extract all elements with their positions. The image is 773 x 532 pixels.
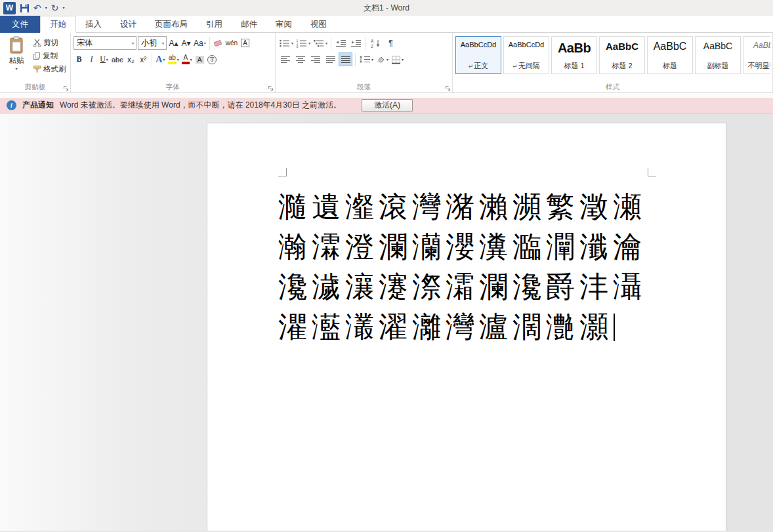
subscript-button[interactable]: x₂ xyxy=(125,53,136,66)
text-line-4[interactable]: 灈灆灇濯灕灣瀘濶灔灝 xyxy=(278,306,646,346)
strikethrough-button[interactable]: abc xyxy=(111,53,124,66)
font-color-button[interactable]: A ▾ xyxy=(181,53,193,66)
save-button[interactable] xyxy=(20,3,30,13)
undo-dropdown-arrow[interactable]: ▾ xyxy=(45,6,47,10)
word-logo-icon[interactable]: W xyxy=(3,2,16,14)
redo-button[interactable]: ↻ xyxy=(51,3,59,12)
tab-mailings[interactable]: 邮件 xyxy=(232,16,266,33)
style-subtle-emphasis[interactable]: AaBbC 不明显强调 xyxy=(743,36,770,74)
tab-home[interactable]: 开始 xyxy=(40,16,76,33)
clipboard-group: 粘贴 ▾ 剪切 复制 格式刷 xyxy=(0,33,71,92)
superscript-button[interactable]: x² xyxy=(138,53,149,66)
font-name-combo[interactable]: 宋体 ▾ xyxy=(73,36,136,50)
style-label: 标题 1 xyxy=(564,61,584,71)
bold-button[interactable]: B xyxy=(73,53,85,66)
distribute-button[interactable] xyxy=(339,52,352,66)
enclose-characters-icon: 字 xyxy=(207,55,217,64)
style-normal[interactable]: AaBbCcDd ↵正文 xyxy=(455,36,501,74)
document-page[interactable]: 瀡遺瀣滾灣潴瀨瀕繁澂瀬 瀚瀮澄瀾灡瀴瀵瀶灛瀸瀹 瀺濊瀼瀽漈灀瀾瀺爵沣灄 灈灆灇濯… xyxy=(207,123,726,531)
character-border-button[interactable]: A xyxy=(240,37,251,50)
word-window: 文档1 - Word W ↶ ▾ ↻ ▾ 文件 开始 插入 设计 页面布局 引用… xyxy=(0,0,773,531)
tab-design[interactable]: 设计 xyxy=(111,16,146,33)
style-preview: AaBbC xyxy=(753,41,770,50)
copy-button[interactable]: 复制 xyxy=(33,49,66,62)
increase-indent-button[interactable] xyxy=(349,36,363,50)
tab-page-layout[interactable]: 页面布局 xyxy=(146,16,197,33)
show-hide-marks-button[interactable]: ¶ xyxy=(384,36,398,50)
character-border-label: A xyxy=(241,39,249,47)
underline-label: U xyxy=(100,54,106,64)
font-dialog-launcher[interactable] xyxy=(268,85,274,91)
align-left-icon xyxy=(280,56,291,64)
align-right-button[interactable] xyxy=(308,52,322,66)
svg-text:A: A xyxy=(371,39,374,43)
paragraph-dialog-launcher[interactable] xyxy=(445,85,451,91)
style-label: 标题 2 xyxy=(612,61,632,71)
bullet-list-icon xyxy=(279,39,291,48)
titlebar: 文档1 - Word W ↶ ▾ ↻ ▾ xyxy=(0,0,773,16)
justify-button[interactable] xyxy=(324,52,337,66)
qat-customize-button[interactable]: ▾ xyxy=(62,6,64,10)
style-no-spacing[interactable]: AaBbCcDd ↵无间隔 xyxy=(503,36,549,74)
style-heading-2[interactable]: AaBbC 标题 2 xyxy=(599,36,645,74)
font-size-dropdown-arrow: ▾ xyxy=(162,41,164,45)
style-preview: AaBbC xyxy=(703,41,732,51)
shading-button[interactable]: ▾ xyxy=(375,52,389,66)
font-size-combo[interactable]: 小初 ▾ xyxy=(138,36,167,50)
undo-button[interactable]: ↶ xyxy=(33,3,41,12)
tab-insert[interactable]: 插入 xyxy=(76,16,111,33)
activate-button[interactable]: 激活(A) xyxy=(362,99,413,112)
align-center-icon xyxy=(295,56,306,64)
paste-button[interactable]: 粘贴 ▾ xyxy=(3,35,30,75)
style-label: 标题 xyxy=(663,61,677,71)
change-case-label: Aa xyxy=(194,39,203,48)
text-line-2[interactable]: 瀚瀮澄瀾灡瀴瀵瀶灛瀸瀹 xyxy=(278,226,646,266)
underline-dropdown-arrow: ▾ xyxy=(106,58,108,62)
change-case-button[interactable]: Aa▾ xyxy=(193,37,207,50)
text-effects-button[interactable]: A▾ xyxy=(155,53,166,66)
borders-button[interactable]: ▾ xyxy=(390,52,404,66)
text-line-3[interactable]: 瀺濊瀼瀽漈灀瀾瀺爵沣灄 xyxy=(278,266,646,306)
bullets-button[interactable]: ▾ xyxy=(278,36,294,50)
tab-view[interactable]: 视图 xyxy=(301,16,336,33)
enclose-characters-button[interactable]: 字 xyxy=(207,53,218,66)
line-spacing-button[interactable]: ▾ xyxy=(358,52,374,66)
clear-formatting-button[interactable] xyxy=(213,37,224,50)
styles-gallery: AaBbCcDd ↵正文 AaBbCcDd ↵无间隔 AaBb 标题 1 AaB… xyxy=(455,35,770,74)
character-shading-button[interactable]: A xyxy=(194,53,205,66)
text-line-1[interactable]: 瀡遺瀣滾灣潴瀨瀕繁澂瀬 xyxy=(278,186,646,226)
align-center-button[interactable] xyxy=(293,52,307,66)
align-left-button[interactable] xyxy=(278,52,292,66)
style-label: ↵正文 xyxy=(469,61,489,71)
grow-font-button[interactable]: A▴ xyxy=(168,37,179,50)
shrink-font-button[interactable]: A▾ xyxy=(180,37,192,50)
save-icon xyxy=(20,3,30,13)
numbering-button[interactable]: 123 ▾ xyxy=(295,36,311,50)
styles-group: AaBbCcDd ↵正文 AaBbCcDd ↵无间隔 AaBb 标题 1 AaB… xyxy=(453,33,773,92)
document-area[interactable]: 瀡遺瀣滾灣潴瀨瀕繁澂瀬 瀚瀮澄瀾灡瀴瀵瀶灛瀸瀹 瀺濊瀼瀽漈灀瀾瀺爵沣灄 灈灆灇濯… xyxy=(0,113,773,531)
highlight-dropdown-arrow: ▾ xyxy=(177,58,179,62)
style-heading-1[interactable]: AaBb 标题 1 xyxy=(551,36,597,74)
separator xyxy=(366,37,366,50)
style-subtitle[interactable]: AaBbC 副标题 xyxy=(695,36,741,74)
tab-file[interactable]: 文件 xyxy=(0,16,40,33)
line-spacing-icon xyxy=(359,55,371,64)
text-effects-dropdown-arrow: ▾ xyxy=(163,58,165,62)
decrease-indent-button[interactable] xyxy=(334,36,348,50)
separator xyxy=(355,53,356,66)
italic-button[interactable]: I xyxy=(86,53,97,66)
text-highlight-button[interactable]: ab ▾ xyxy=(167,53,180,66)
underline-button[interactable]: U▾ xyxy=(98,53,110,66)
clipboard-dialog-launcher[interactable] xyxy=(63,85,69,91)
sort-button[interactable]: AZ xyxy=(369,36,383,50)
cut-button[interactable]: 剪切 xyxy=(33,36,66,49)
borders-icon xyxy=(391,55,401,64)
tab-review[interactable]: 审阅 xyxy=(266,16,301,33)
multilevel-list-button[interactable]: ▾ xyxy=(312,36,328,50)
change-case-dropdown-arrow: ▾ xyxy=(204,41,206,45)
phonetic-guide-button[interactable]: wén xyxy=(225,37,238,50)
format-painter-button[interactable]: 格式刷 xyxy=(33,62,66,75)
style-title[interactable]: AaBbC 标题 xyxy=(647,36,693,74)
tab-references[interactable]: 引用 xyxy=(197,16,232,33)
font-size-value: 小初 xyxy=(141,37,157,49)
